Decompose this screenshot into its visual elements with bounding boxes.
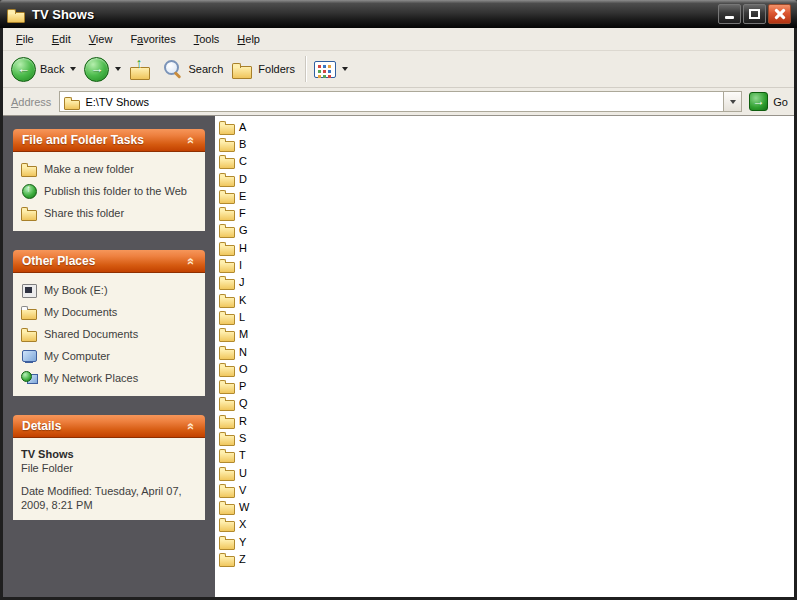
sidebar: File and Folder Tasks Make a new folderP… [3,116,215,597]
folder-item-d[interactable]: D [219,170,309,187]
folder-icon [219,241,236,255]
folder-item-k[interactable]: K [219,291,309,308]
folder-item-label: V [239,484,246,496]
panel-header-details[interactable]: Details [13,415,205,438]
folder-item-y[interactable]: Y [219,533,309,550]
drive-icon [21,282,38,298]
search-button[interactable]: Search [162,58,223,80]
panel-header-tasks[interactable]: File and Folder Tasks [13,129,205,152]
back-button[interactable]: Back [11,57,76,82]
menu-item-help[interactable]: Help [228,29,269,50]
folder-icon [219,223,236,237]
folder-icon [219,189,236,203]
address-bar: Address E:\TV Shows Go [3,88,794,116]
up-button[interactable] [129,58,152,80]
views-button[interactable] [314,61,348,78]
go-button[interactable]: Go [749,92,788,111]
folder-item-m[interactable]: M [219,326,309,343]
collapse-chevron-icon[interactable] [182,253,198,269]
folder-icon [219,483,236,497]
folder-item-g[interactable]: G [219,222,309,239]
maximize-button[interactable] [743,4,766,24]
panel-details: Details TV ShowsFile FolderDate Modified… [13,415,205,520]
forward-dropdown-icon[interactable] [115,67,121,71]
details-line: File Folder [21,461,197,475]
folder-item-label: Y [239,536,246,548]
new-folder-icon [21,161,38,177]
task-item[interactable]: My Documents [21,304,197,320]
folder-item-label: L [239,311,245,323]
folder-icon [219,310,236,324]
folder-icon [219,120,236,134]
task-item-label: My Computer [44,348,110,363]
folder-item-l[interactable]: L [219,308,309,325]
collapse-chevron-icon[interactable] [182,418,198,434]
folder-item-j[interactable]: J [219,274,309,291]
folder-item-z[interactable]: Z [219,550,309,567]
collapse-chevron-icon[interactable] [182,132,198,148]
folder-item-u[interactable]: U [219,464,309,481]
window-title: TV Shows [32,7,718,22]
details-line: Date Modified: Tuesday, April 07, 2009, … [21,484,197,512]
explorer-window: TV Shows FileEditViewFavoritesToolsHelp … [0,0,797,600]
folder-item-p[interactable]: P [219,377,309,394]
folder-item-r[interactable]: R [219,412,309,429]
folder-item-q[interactable]: Q [219,395,309,412]
folders-button[interactable]: Folders [231,60,295,78]
folder-item-label: X [239,518,246,530]
task-item[interactable]: Publish this folder to the Web [21,183,197,199]
forward-button[interactable] [84,57,121,82]
minimize-button[interactable] [718,4,741,24]
address-value[interactable]: E:\TV Shows [85,96,723,108]
folder-item-label: D [239,173,247,185]
task-item[interactable]: Shared Documents [21,326,197,342]
folder-icon [219,327,236,341]
folder-item-e[interactable]: E [219,187,309,204]
task-item-label: Shared Documents [44,326,138,341]
folder-item-x[interactable]: X [219,516,309,533]
folder-item-v[interactable]: V [219,481,309,498]
address-dropdown-button[interactable] [723,92,741,111]
menu-item-tools[interactable]: Tools [185,29,229,50]
folder-item-w[interactable]: W [219,499,309,516]
folder-item-label: F [239,207,246,219]
task-item-label: Share this folder [44,205,124,220]
folder-item-label: O [239,363,248,375]
folder-item-a[interactable]: A [219,118,309,135]
folder-item-f[interactable]: F [219,204,309,221]
folder-item-n[interactable]: N [219,343,309,360]
folder-item-s[interactable]: S [219,429,309,446]
folders-label: Folders [258,63,295,75]
folder-item-c[interactable]: C [219,153,309,170]
menu-item-favorites[interactable]: Favorites [121,29,184,50]
folder-icon [219,466,236,480]
task-item[interactable]: My Computer [21,348,197,364]
menu-item-view[interactable]: View [80,29,122,50]
folder-icon [219,535,236,549]
menu-item-edit[interactable]: Edit [43,29,80,50]
address-combo[interactable]: E:\TV Shows [59,91,742,112]
folder-icon [219,137,236,151]
folder-icon [219,431,236,445]
views-dropdown-icon[interactable] [342,67,348,71]
task-item[interactable]: My Book (E:) [21,282,197,298]
folder-icon [219,414,236,428]
folder-item-b[interactable]: B [219,135,309,152]
menu-item-file[interactable]: File [7,29,43,50]
folder-icon [219,552,236,566]
panel-header-places[interactable]: Other Places [13,250,205,273]
network-icon [21,370,38,386]
folder-item-label: P [239,380,246,392]
folder-item-i[interactable]: I [219,256,309,273]
address-label: Address [11,96,51,108]
close-button[interactable] [768,4,791,24]
folder-icon [219,154,236,168]
task-item[interactable]: Make a new folder [21,161,197,177]
folder-item-h[interactable]: H [219,239,309,256]
folder-item-o[interactable]: O [219,360,309,377]
folder-item-t[interactable]: T [219,447,309,464]
back-dropdown-icon[interactable] [70,67,76,71]
task-item[interactable]: My Network Places [21,370,197,386]
task-item[interactable]: Share this folder [21,205,197,221]
toolbar: Back Search Folders [3,51,794,88]
